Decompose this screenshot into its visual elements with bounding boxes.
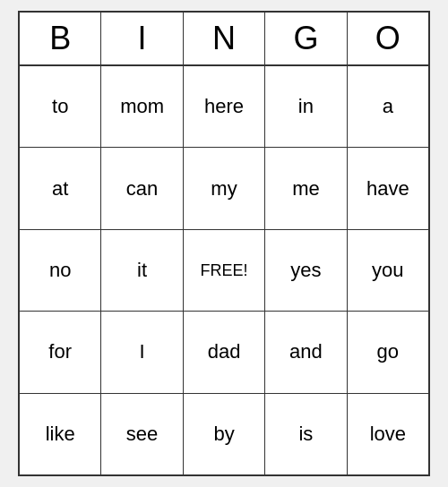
bingo-cell: have	[348, 148, 428, 228]
bingo-row: likeseebyislove	[20, 394, 428, 474]
header-letter: G	[265, 13, 347, 64]
bingo-cell: to	[20, 66, 101, 147]
bingo-card: BINGO tomomhereinaatcanmymehavenoitFREE!…	[18, 11, 430, 476]
bingo-cell: a	[348, 66, 428, 147]
bingo-cell: me	[265, 148, 347, 228]
bingo-cell: can	[101, 148, 183, 228]
bingo-cell: in	[265, 66, 347, 147]
bingo-header: BINGO	[20, 13, 428, 66]
header-letter: O	[348, 13, 428, 64]
bingo-cell: yes	[265, 230, 347, 311]
header-letter: B	[20, 13, 101, 64]
bingo-cell: and	[265, 312, 347, 392]
bingo-cell: mom	[101, 66, 183, 147]
bingo-cell: it	[101, 230, 183, 311]
bingo-row: noitFREE!yesyou	[20, 230, 428, 312]
bingo-row: tomomhereina	[20, 66, 428, 148]
header-letter: N	[184, 13, 265, 64]
bingo-cell: I	[101, 312, 183, 392]
bingo-cell: you	[348, 230, 428, 311]
bingo-cell: no	[20, 230, 101, 311]
bingo-cell: see	[101, 394, 183, 474]
bingo-cell: by	[184, 394, 265, 474]
bingo-cell: at	[20, 148, 101, 228]
bingo-cell: dad	[184, 312, 265, 392]
bingo-cell: for	[20, 312, 101, 392]
bingo-cell: is	[265, 394, 347, 474]
bingo-row: forIdadandgo	[20, 312, 428, 393]
bingo-body: tomomhereinaatcanmymehavenoitFREE!yesyou…	[20, 66, 428, 474]
bingo-cell: like	[20, 394, 101, 474]
header-letter: I	[101, 13, 183, 64]
bingo-cell: here	[184, 66, 265, 147]
bingo-cell: love	[348, 394, 428, 474]
bingo-cell: my	[184, 148, 265, 228]
bingo-cell: go	[348, 312, 428, 392]
bingo-cell: FREE!	[184, 230, 265, 311]
bingo-row: atcanmymehave	[20, 148, 428, 229]
